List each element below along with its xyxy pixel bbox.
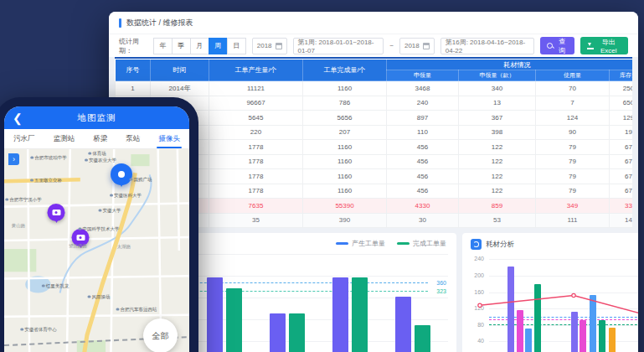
camera-marker-pin[interactable]	[48, 204, 65, 221]
table-cell: 67	[610, 184, 633, 199]
export-excel-button[interactable]: 导出Excel	[580, 37, 628, 54]
table-cell: 1	[116, 81, 151, 96]
tab-污水厂[interactable]: 污水厂	[12, 129, 37, 148]
tab-桥梁[interactable]: 桥梁	[91, 129, 109, 148]
map-label-国购广场: 国购广场	[130, 177, 152, 183]
table-cell: 96667	[209, 96, 303, 111]
map-label-合肥市宁溪小学: 合肥市宁溪小学	[5, 197, 42, 203]
search-icon	[547, 43, 553, 49]
map-label-安徽农业大学: 安徽农业大学	[85, 158, 116, 163]
table-cell: 122	[459, 184, 536, 199]
consumables-chart-card: 耗材分析 2402001601208040	[462, 233, 638, 352]
table-cell: 79	[536, 184, 610, 199]
map-view[interactable]: › 全部 合肥市琥珀中学体育场安徽农业大学五里墩立交桥国购广场安徽医科大学合肥市…	[4, 149, 189, 352]
marker-core-dot	[118, 171, 125, 178]
table-cell: 79	[536, 140, 610, 155]
bar-完成工单量	[415, 325, 430, 352]
map-label-中国科学技术大学: 中国科学技术大学	[79, 226, 120, 232]
map-expander-button[interactable]: ›	[8, 153, 19, 165]
period-button-季[interactable]: 季	[172, 38, 191, 54]
poi-dot-icon	[30, 156, 33, 159]
poi-dot-icon	[110, 194, 113, 197]
end-year-select[interactable]: 2018	[399, 38, 435, 54]
consumable-bar	[571, 312, 578, 352]
table-cell: 13	[459, 96, 536, 111]
calendar-icon	[276, 43, 282, 49]
start-week-range[interactable]: 第1周: 2018-01-01~2018-01-07	[293, 38, 384, 54]
poi-dot-icon	[88, 152, 91, 155]
query-button[interactable]: 查询	[540, 37, 574, 54]
table-cell: 4330	[387, 199, 459, 214]
show-all-button[interactable]: 全部	[143, 318, 178, 352]
table-cell: 129	[610, 111, 633, 126]
table-cell: 110	[387, 125, 459, 140]
poi-dot-icon	[5, 198, 8, 201]
consumable-bar	[525, 329, 532, 352]
table-cell: 3468	[387, 81, 459, 96]
tab-摄像头[interactable]: 摄像头	[157, 129, 182, 148]
map-label-合肥市琥珀中学: 合肥市琥珀中学	[30, 155, 67, 161]
period-button-周[interactable]: 周	[209, 38, 228, 54]
table-cell: 367	[459, 111, 536, 126]
query-button-label: 查询	[556, 37, 568, 55]
table-cell: 122	[459, 169, 536, 184]
period-button-月[interactable]: 月	[190, 38, 209, 54]
table-cell: 67	[610, 154, 633, 169]
table-cell: 897	[387, 111, 459, 126]
start-year-select[interactable]: 2018	[252, 38, 287, 54]
table-cell: 1778	[209, 154, 303, 169]
table-cell: 122	[459, 154, 536, 169]
table-cell: 1160	[303, 81, 387, 96]
tab-泵站[interactable]: 泵站	[124, 129, 142, 148]
poi-dot-icon	[30, 179, 33, 182]
camera-icon	[76, 235, 85, 241]
start-year-value: 2018	[257, 42, 272, 49]
bar-产生工单量	[207, 277, 223, 352]
table-cell: 250	[610, 81, 633, 96]
gridline	[489, 259, 638, 260]
map-label-安徽医科大学: 安徽医科大学	[110, 193, 142, 199]
table-cell: 35	[209, 213, 303, 228]
poi-dot-icon	[88, 295, 91, 298]
period-button-年[interactable]: 年	[153, 38, 173, 54]
app-title: 地图监测	[78, 112, 116, 124]
map-label-text: 安徽省体育中心	[24, 327, 57, 333]
start-week-range-value: 第1周: 2018-01-01~2018-01-07	[298, 38, 379, 54]
table-cell: 5656	[303, 111, 387, 126]
table-cell: 859	[459, 199, 536, 214]
tab-监测站[interactable]: 监测站	[52, 129, 77, 148]
map-label-望江西路: 望江西路	[69, 243, 87, 249]
map-label-text: 红星美凯龙	[46, 283, 70, 289]
table-cell: 340	[459, 81, 536, 96]
table-cell: 456	[387, 140, 459, 155]
map-label-text: 中国科学技术大学	[83, 226, 120, 232]
app-tab-bar: 污水厂监测站桥梁泵站摄像头	[4, 129, 189, 149]
map-label-text: 安徽农业大学	[89, 158, 116, 163]
period-segmented-control: 年季月周日	[154, 38, 246, 54]
table-cell: 30	[387, 213, 459, 228]
bar-产生工单量	[395, 297, 411, 352]
back-chevron-icon[interactable]: ❮	[13, 112, 23, 124]
filter-bar: 统计周期： 年季月周日 2018 第1周: 2018-01-01~2018-01…	[109, 34, 638, 57]
poi-dot-icon	[116, 308, 120, 311]
table-cell: 124	[536, 111, 610, 126]
calendar-icon	[423, 43, 430, 49]
table-cell: 19	[610, 125, 633, 140]
consumable-bar	[580, 320, 586, 352]
period-button-日[interactable]: 日	[227, 38, 246, 54]
reference-line-label: 323	[436, 288, 446, 294]
table-cell: 390	[303, 213, 387, 228]
end-week-range[interactable]: 第16周: 2018-04-16~2018-04-22	[440, 38, 535, 54]
col-header-time: 时间	[151, 60, 209, 81]
sub-col-header-1: 申领量（款）	[459, 70, 536, 81]
table-cell: 349	[536, 199, 610, 214]
download-icon	[587, 43, 593, 49]
y-axis-tick-label: 40	[466, 338, 484, 344]
table-cell: 240	[387, 96, 459, 111]
y-axis-tick-label: 80	[466, 322, 484, 328]
map-label-太湖路: 太湖路	[117, 244, 131, 250]
sub-col-header-0: 申领量	[387, 70, 459, 81]
table-cell: 67	[610, 140, 633, 155]
camera-icon	[52, 210, 60, 215]
table-cell: 456	[387, 184, 459, 199]
